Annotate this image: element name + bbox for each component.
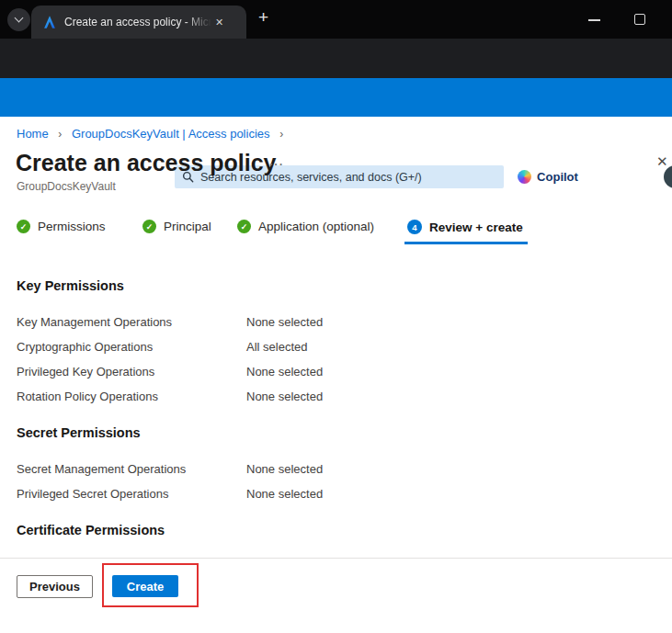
check-circle-icon: ✓ [142,220,156,233]
tab-label: Principal [164,220,211,233]
header-more-button[interactable]: ··· [635,167,654,182]
browser-tab-strip: Create an access policy - Micros ✕ + [0,0,672,39]
browser-tab[interactable]: Create an access policy - Micros ✕ [31,6,246,39]
chevron-right-icon: › [58,128,62,141]
chevron-right-icon: › [279,128,283,141]
breadcrumb: Home › GroupDocsKeyVault | Access polici… [17,127,290,141]
breadcrumb-home-link[interactable]: Home [17,127,49,141]
tab-label: Permissions [38,220,106,233]
copilot-button[interactable]: Copilot [507,165,588,188]
row-label: Cryptographic Operations [17,340,153,354]
previous-button[interactable]: Previous [17,575,93,598]
check-circle-icon: ✓ [17,220,30,233]
section-heading-key-permissions: Key Permissions [17,278,124,293]
new-tab-button[interactable]: + [258,7,268,28]
row-value: None selected [246,462,323,476]
row-label: Privileged Key Operations [17,365,154,379]
row-value: All selected [246,340,307,354]
row-value: None selected [246,315,323,329]
tab-search-button[interactable] [7,8,30,31]
step-4-badge: 4 [407,220,422,234]
check-circle-icon: ✓ [237,220,251,233]
row-value: None selected [246,487,323,501]
tab-application[interactable]: ✓ Application (optional) [237,220,374,233]
window-maximize-button[interactable] [634,14,645,25]
row-label: Secret Management Operations [17,462,186,476]
breadcrumb-keyvault-link[interactable]: GroupDocsKeyVault | Access policies [72,127,270,141]
footer-divider [0,558,672,559]
blade-close-button[interactable]: ✕ [656,153,668,170]
tab-label: Review + create [429,220,523,234]
azure-favicon-icon [42,15,57,29]
row-value: None selected [246,365,323,379]
page-title: Create an access policy [16,150,277,176]
browser-toolbar: portal.azure.com/#view... ☆ [0,39,672,78]
tab-principal[interactable]: ✓ Principal [142,220,211,233]
tab-label: Application (optional) [258,220,374,233]
tab-permissions[interactable]: ✓ Permissions [17,220,106,233]
chevron-down-icon [15,14,24,23]
section-heading-certificate-permissions: Certificate Permissions [17,523,165,537]
section-heading-secret-permissions: Secret Permissions [17,425,141,440]
create-button[interactable]: Create [112,575,178,597]
row-label: Key Management Operations [17,315,172,329]
page-more-button[interactable]: ··· [269,157,284,171]
copilot-label: Copilot [537,170,578,184]
row-label: Privileged Secret Operations [17,487,168,501]
row-label: Rotation Policy Operations [17,390,158,403]
tab-title: Create an access policy - Micros [64,16,211,28]
active-tab-underline [404,242,528,244]
tab-close-icon[interactable]: ✕ [215,17,223,28]
tab-review-create[interactable]: 4 Review + create [407,220,523,234]
window-minimize-button[interactable] [588,19,600,21]
browser-window: Create an access policy - Micros ✕ + [0,0,672,633]
azure-header: Microsoft Azure Copilot ··· [0,78,672,117]
copilot-icon [518,170,531,184]
row-value: None selected [246,390,323,403]
page-subtitle: GroupDocsKeyVault [17,180,116,193]
